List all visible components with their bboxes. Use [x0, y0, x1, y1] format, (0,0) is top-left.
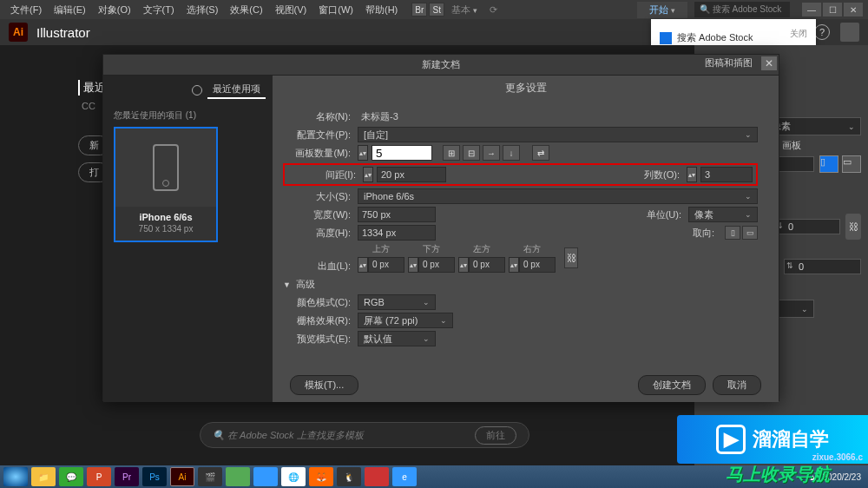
tb-photoshop-icon[interactable]: Ps — [142, 467, 167, 486]
workspace-switcher[interactable]: 基本 ▾ — [446, 2, 483, 18]
columns-stepper[interactable]: ▴▾ — [687, 167, 697, 182]
bleed-right-dlg[interactable]: 0 px — [519, 257, 556, 273]
menu-edit[interactable]: 编辑(E) — [49, 2, 91, 18]
user-avatar[interactable] — [840, 23, 859, 42]
bleed-link-dlg[interactable]: ⛓ — [564, 247, 578, 268]
artboards-input[interactable] — [372, 145, 432, 161]
dropdown-close[interactable]: 关闭 — [790, 28, 807, 40]
preview-label: 预览模式(E): — [283, 333, 354, 346]
tb-video-icon[interactable]: 🎬 — [198, 467, 222, 486]
orient-portrait-dlg[interactable]: ▯ — [725, 226, 740, 240]
spacing-stepper[interactable]: ▴▾ — [363, 167, 373, 182]
window-maximize[interactable]: ☐ — [823, 3, 842, 16]
dialog-title: 新建文档 ✕ — [103, 55, 779, 76]
bleed-left-dlg[interactable]: 0 px — [469, 257, 505, 273]
cancel-button[interactable]: 取消 — [713, 375, 761, 395]
orient-landscape[interactable]: ▭ — [842, 155, 861, 173]
raster-select[interactable]: 屏幕 (72 ppi)⌄ — [358, 313, 453, 328]
dialog-close-button[interactable]: ✕ — [761, 56, 777, 70]
create-document-button[interactable]: 创建文档 — [638, 375, 706, 395]
adobe-stock-logo-icon — [660, 32, 672, 44]
artboards-stepper[interactable]: ▴▾ — [358, 145, 368, 161]
tb-browser-icon[interactable] — [3, 467, 28, 486]
tb-illustrator-icon[interactable]: Ai — [170, 467, 194, 486]
bleed-right-input[interactable]: 0 — [784, 259, 861, 274]
stock-search-label[interactable]: 搜索 Adobe Stock — [677, 32, 753, 43]
artboards-label: 画板数量(M): — [283, 147, 354, 160]
start-button[interactable]: 开始 ▾ — [637, 2, 687, 18]
go-button[interactable]: 前往 — [475, 426, 516, 445]
tab-art-illustration[interactable]: 图稿和插图 — [705, 56, 753, 69]
bleed-label-dlg: 出血(L): — [283, 260, 354, 273]
menu-file[interactable]: 文件(F) — [5, 2, 47, 18]
bleed-top-dlg[interactable]: 0 px — [368, 257, 404, 273]
phone-icon — [153, 144, 179, 191]
stock-search-footer[interactable]: 🔍 在 Adobe Stock 上查找更多模板 前往 — [200, 422, 529, 448]
orient-portrait[interactable]: ▯ — [819, 155, 838, 173]
tb-wechat-icon[interactable]: 💬 — [59, 467, 83, 486]
watermark-text: 马上收录导航 — [726, 463, 830, 486]
arrange-down-icon[interactable]: ↓ — [503, 145, 520, 161]
profile-label: 配置文件(P): — [283, 129, 354, 142]
highlighted-spacing-columns-row: 间距(I): ▴▾ 20 px 列数(O): ▴▾ 3 — [283, 163, 758, 186]
units-select-dlg[interactable]: 像素⌄ — [688, 207, 758, 222]
height-input-dlg[interactable]: 1334 px — [358, 225, 436, 241]
size-label: 大小(S): — [283, 190, 354, 203]
menu-effect[interactable]: 效果(C) — [225, 2, 267, 18]
spacing-label: 间距(I): — [288, 168, 359, 181]
recent-icon — [192, 85, 202, 96]
template-button[interactable]: 模板(T)... — [290, 375, 358, 395]
menu-view[interactable]: 视图(V) — [270, 2, 312, 18]
bleed-bottom-dlg[interactable]: 0 px — [418, 257, 455, 273]
name-label: 名称(N): — [283, 110, 354, 123]
width-input-dlg[interactable]: 750 px — [358, 207, 436, 222]
orient-landscape-dlg[interactable]: ▭ — [742, 226, 758, 240]
tb-ie-icon[interactable]: e — [392, 467, 417, 486]
tb-app3-icon[interactable] — [365, 467, 389, 486]
recent-tab[interactable]: 最近使用项 — [207, 81, 266, 99]
menu-type[interactable]: 文字(T) — [138, 2, 180, 18]
tb-qq-icon[interactable]: 🐧 — [337, 467, 361, 486]
menu-select[interactable]: 选择(S) — [181, 2, 224, 18]
preset-name: iPhone 6/6s — [115, 207, 216, 224]
window-minimize[interactable]: — — [802, 3, 821, 16]
watermark-brand: ▶ 溜溜自学zixue.3066.c — [677, 415, 868, 464]
size-select[interactable]: iPhone 6/6s⌄ — [358, 188, 758, 204]
tb-app2-icon[interactable] — [253, 467, 278, 486]
help-icon[interactable]: ? — [814, 24, 830, 40]
app-name: Illustrator — [36, 25, 90, 40]
dialog-left-pane: 最近使用项 您最近使用的项目 (1) iPhone 6/6s 750 x 133… — [103, 76, 273, 402]
menu-object[interactable]: 对象(O) — [93, 2, 136, 18]
columns-input[interactable]: 3 — [700, 167, 753, 182]
bridge-icon[interactable]: Br — [411, 3, 427, 16]
arrange-right-icon[interactable]: → — [483, 145, 500, 161]
preset-card-iphone[interactable]: iPhone 6/6s 750 x 1334 px — [114, 127, 218, 242]
advanced-toggle[interactable]: ▼高级 — [283, 278, 758, 291]
columns-label: 列数(O): — [644, 168, 683, 181]
tb-premiere-icon[interactable]: Pr — [115, 467, 139, 486]
grid-by-col-icon[interactable]: ⊟ — [463, 145, 480, 161]
tb-powerpoint-icon[interactable]: P — [87, 467, 111, 486]
share-icon[interactable]: ⟳ — [490, 4, 497, 16]
units-select[interactable]: 像素⌄ — [766, 117, 861, 135]
preview-select[interactable]: 默认值⌄ — [358, 331, 436, 346]
tb-firefox-icon[interactable]: 🦊 — [309, 467, 333, 486]
colormode-select-dlg[interactable]: RGB⌄ — [358, 294, 436, 310]
tb-chrome-icon[interactable]: 🌐 — [281, 467, 306, 486]
bleed-link-icon[interactable]: ⛓ — [845, 214, 861, 240]
name-input[interactable]: 未标题-3 — [358, 109, 758, 124]
rtl-icon[interactable]: ⇄ — [532, 145, 549, 161]
grid-by-row-icon[interactable]: ⊞ — [443, 145, 460, 161]
stock-icon[interactable]: St — [429, 3, 444, 16]
profile-select[interactable]: [自定]⌄ — [358, 127, 758, 142]
tb-explorer-icon[interactable]: 📁 — [31, 467, 56, 486]
spacing-input[interactable]: 20 px — [377, 167, 446, 182]
menu-bar: 文件(F) 编辑(E) 对象(O) 文字(T) 选择(S) 效果(C) 视图(V… — [0, 0, 868, 19]
search-adobe-stock[interactable]: 🔍 搜索 Adobe Stock — [694, 2, 790, 17]
menu-help[interactable]: 帮助(H) — [360, 2, 403, 18]
width-label-dlg: 宽度(W): — [283, 208, 354, 221]
window-close[interactable]: ✕ — [844, 3, 863, 16]
tb-app1-icon[interactable] — [226, 467, 250, 486]
bleed-bottom-input[interactable]: 0 — [773, 219, 840, 234]
menu-window[interactable]: 窗口(W) — [313, 2, 358, 18]
